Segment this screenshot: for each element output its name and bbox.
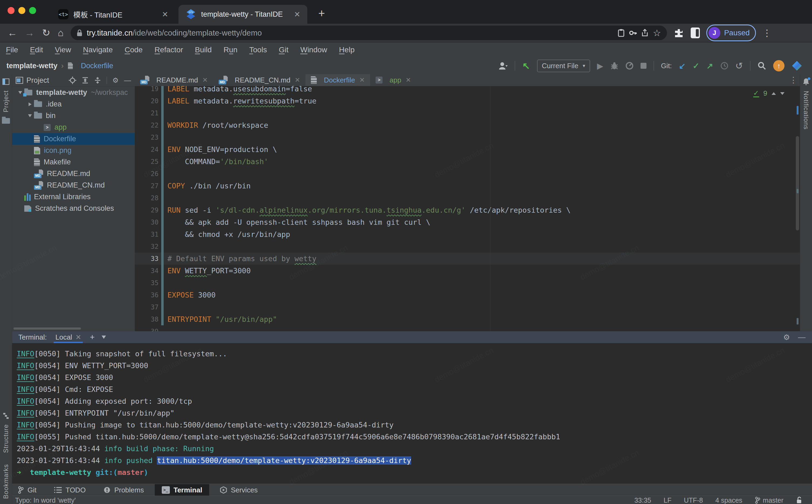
browser-tab-template-wetty[interactable]: </> template-wetty - TitanIDE ✕: [178, 5, 307, 24]
home-icon[interactable]: ⌂: [58, 27, 64, 39]
stripe-mark[interactable]: [797, 189, 799, 193]
prev-problem-icon[interactable]: [772, 92, 776, 95]
browser-tab-template[interactable]: <t> 模板 - TitanIDE ✕: [51, 5, 175, 24]
tree-chevron-icon[interactable]: [26, 114, 34, 117]
notifications-bell-icon[interactable]: [802, 78, 810, 85]
tree-item-readme-md[interactable]: MDREADME.md: [12, 168, 135, 179]
hide-panel-minus-icon[interactable]: —: [124, 76, 131, 85]
collapse-all-icon[interactable]: [94, 77, 101, 84]
menu-code[interactable]: Code: [125, 46, 143, 54]
new-tab-button[interactable]: +: [315, 7, 328, 20]
terminal-tab-close-icon[interactable]: ✕: [75, 333, 81, 341]
extensions-puzzle-icon[interactable]: [674, 28, 684, 38]
stripe-notifications-label[interactable]: Notifications: [802, 91, 810, 130]
tab-close-icon[interactable]: ✕: [405, 76, 411, 84]
locate-target-icon[interactable]: [69, 77, 76, 84]
password-key-icon[interactable]: [629, 29, 637, 36]
stripe-structure-label[interactable]: Structure: [2, 424, 10, 453]
tab-close-icon[interactable]: ✕: [295, 76, 300, 84]
new-terminal-plus-icon[interactable]: +: [90, 333, 95, 342]
rollback-icon[interactable]: ↺: [735, 60, 743, 71]
terminal-tab-local[interactable]: Local✕: [54, 331, 83, 343]
forward-icon[interactable]: →: [25, 27, 35, 39]
tree-item-icon-png[interactable]: icon.png: [12, 145, 135, 156]
menu-refactor[interactable]: Refactor: [154, 46, 183, 54]
clipboard-icon[interactable]: [618, 29, 625, 37]
git-branch-widget[interactable]: master: [755, 496, 783, 504]
code-editor-area[interactable]: 19LABEL metadata.usesubdomain=false20LAB…: [135, 86, 800, 331]
menu-navigate[interactable]: Navigate: [83, 46, 113, 54]
toolwindow-problems[interactable]: Problems: [97, 484, 151, 496]
menu-view[interactable]: View: [55, 46, 71, 54]
editor-tab-readme-md[interactable]: MDREADME.md✕: [135, 74, 213, 86]
url-text[interactable]: try.titanide.cn/ide/web/coding/template-…: [87, 29, 614, 37]
unlock-icon[interactable]: [796, 497, 802, 504]
stripe-project-label[interactable]: Project: [2, 90, 10, 112]
toolwindow-todo[interactable]: TODO: [47, 484, 93, 496]
quickfix-arrow-icon[interactable]: ↖: [522, 60, 530, 71]
tab-close-icon[interactable]: ✕: [294, 10, 300, 19]
gear-icon[interactable]: ⚙: [112, 76, 119, 85]
reload-icon[interactable]: ↻: [42, 27, 50, 39]
stripe-bookmarks-label[interactable]: Bookmarks: [2, 464, 10, 499]
stop-icon[interactable]: [641, 63, 646, 69]
toolwindow-git[interactable]: Git: [11, 484, 43, 496]
tab-close-icon[interactable]: ✕: [359, 76, 365, 84]
menu-run[interactable]: Run: [223, 46, 237, 54]
tab-close-icon[interactable]: ✕: [162, 10, 168, 19]
back-icon[interactable]: ←: [8, 27, 17, 39]
caret-position[interactable]: 33:35: [634, 496, 651, 504]
expand-all-icon[interactable]: [82, 77, 89, 84]
tree-item-template-wetty[interactable]: template-wetty~/workspac: [12, 87, 135, 98]
git-push-icon[interactable]: ↗: [706, 61, 713, 71]
tree-item--idea[interactable]: .idea: [12, 98, 135, 110]
tree-item-makefile[interactable]: Makefile: [12, 156, 135, 168]
side-panel-icon[interactable]: [690, 27, 700, 39]
menu-git[interactable]: Git: [279, 46, 288, 54]
history-clock-icon[interactable]: [720, 62, 728, 70]
close-window-button[interactable]: [8, 7, 15, 14]
structure-toolwindow-icon[interactable]: [2, 412, 10, 419]
maximize-window-button[interactable]: [29, 7, 36, 14]
terminal-dropdown-chevron-icon[interactable]: [102, 336, 106, 339]
git-commit-check-icon[interactable]: ✓: [693, 61, 699, 71]
stripe-mark[interactable]: [797, 106, 799, 115]
breadcrumb-project[interactable]: template-wetty: [6, 62, 57, 70]
stripe-mark[interactable]: [797, 318, 799, 325]
toolwindow-services[interactable]: Services: [213, 484, 265, 496]
tree-item-scratches-and-consoles[interactable]: Scratches and Consoles: [12, 203, 135, 214]
menu-tools[interactable]: Tools: [249, 46, 267, 54]
inspections-widget[interactable]: ✓ 9: [753, 89, 785, 98]
editor-tab-dockerfile[interactable]: Dockerfile✕: [305, 74, 370, 86]
profile-paused-chip[interactable]: J Paused: [706, 25, 756, 41]
menu-build[interactable]: Build: [195, 46, 212, 54]
profiler-icon[interactable]: [625, 62, 634, 70]
lock-icon[interactable]: [77, 29, 82, 37]
menu-window[interactable]: Window: [300, 46, 327, 54]
tree-chevron-icon[interactable]: [26, 102, 34, 106]
terminal-settings-gear-icon[interactable]: ⚙: [783, 333, 790, 342]
update-available-icon[interactable]: ↑: [773, 60, 785, 71]
file-encoding[interactable]: UTF-8: [684, 496, 703, 504]
user-profile-icon[interactable]: [498, 61, 508, 70]
bookmark-star-icon[interactable]: ☆: [653, 27, 661, 38]
menu-file[interactable]: File: [6, 46, 18, 54]
minimize-window-button[interactable]: [18, 7, 25, 14]
toolwindow-terminal[interactable]: >_Terminal: [155, 484, 209, 496]
menu-help[interactable]: Help: [339, 46, 355, 54]
browser-menu-dots-icon[interactable]: ⋮: [762, 27, 772, 38]
tab-close-icon[interactable]: ✕: [202, 76, 208, 84]
git-update-icon[interactable]: ↙: [679, 61, 686, 71]
editor-tab-readme-cn-md[interactable]: MDREADME_CN.md✕: [213, 74, 306, 86]
line-separator[interactable]: LF: [664, 496, 672, 504]
tree-item-dockerfile[interactable]: Dockerfile: [12, 133, 135, 145]
share-icon[interactable]: [641, 29, 648, 37]
project-panel-title[interactable]: Project: [16, 76, 49, 85]
next-problem-icon[interactable]: [780, 92, 785, 95]
debug-bug-icon[interactable]: [610, 61, 618, 70]
editor-tab-options-dots-icon[interactable]: ⋮: [789, 75, 797, 85]
project-hscrollbar[interactable]: [13, 327, 81, 330]
tree-item-readme-cn-md[interactable]: MDREADME_CN.md: [12, 179, 135, 191]
search-everywhere-icon[interactable]: [758, 61, 766, 70]
tree-item-app[interactable]: >app: [12, 122, 135, 133]
